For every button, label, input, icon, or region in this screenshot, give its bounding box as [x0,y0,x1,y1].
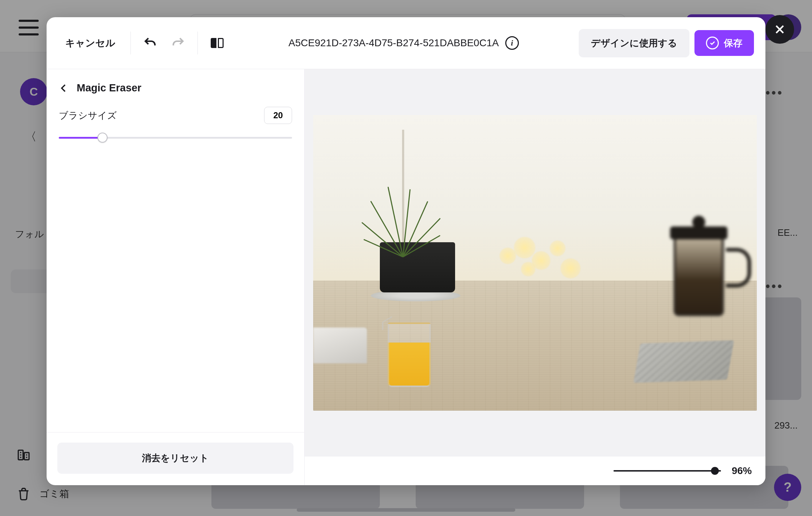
zoom-slider[interactable] [613,470,721,472]
check-circle-icon [706,37,719,49]
zoom-level[interactable]: 96% [732,465,752,477]
scene-illustration [313,115,757,411]
zoom-slider-thumb[interactable] [711,467,719,475]
save-button-label: 保存 [724,37,742,49]
modal-body: Magic Eraser ブラシサイズ 20 消去をリセット [47,69,765,485]
divider [197,32,198,54]
redo-button[interactable] [167,32,190,54]
canvas-area: 96% [305,69,765,485]
compare-button[interactable] [206,32,229,54]
image-preview[interactable] [313,115,757,411]
panel-header: Magic Eraser [47,69,304,103]
chevron-left-icon [59,83,69,93]
info-icon[interactable]: i [505,36,519,50]
slider-fill [59,137,102,139]
save-button[interactable]: 保存 [694,30,754,56]
undo-icon [143,36,157,50]
undo-button[interactable] [139,32,162,54]
image-editor-modal: キャンセル A5CE921D-273A-4D75-B274-521DABBE0C… [47,17,765,485]
brush-size-value[interactable]: 20 [264,107,292,124]
use-in-design-button[interactable]: デザインに使用する [579,29,689,57]
slider-thumb[interactable] [97,133,108,143]
canvas-stage[interactable] [305,69,765,457]
panel-title: Magic Eraser [77,82,142,94]
back-button[interactable] [59,83,69,93]
brush-size-row: ブラシサイズ 20 [59,107,292,124]
cancel-button[interactable]: キャンセル [58,37,123,49]
brush-size-label: ブラシサイズ [59,109,117,122]
zoom-bar: 96% [305,457,765,485]
close-button[interactable] [765,15,794,44]
brush-size-slider[interactable] [59,130,292,145]
document-title[interactable]: A5CE921D-273A-4D75-B274-521DABBE0C1A [288,37,499,49]
panel-content: ブラシサイズ 20 [47,103,304,432]
divider [130,32,131,54]
panel-footer: 消去をリセット [47,432,304,485]
compare-icon [210,36,224,50]
reset-erase-button[interactable]: 消去をリセット [57,443,293,474]
modal-title-wrap: A5CE921D-273A-4D75-B274-521DABBE0C1A i [234,36,574,50]
close-icon [774,23,786,35]
tool-panel: Magic Eraser ブラシサイズ 20 消去をリセット [47,69,305,485]
redo-icon [171,36,185,50]
modal-toolbar: キャンセル A5CE921D-273A-4D75-B274-521DABBE0C… [47,17,765,69]
